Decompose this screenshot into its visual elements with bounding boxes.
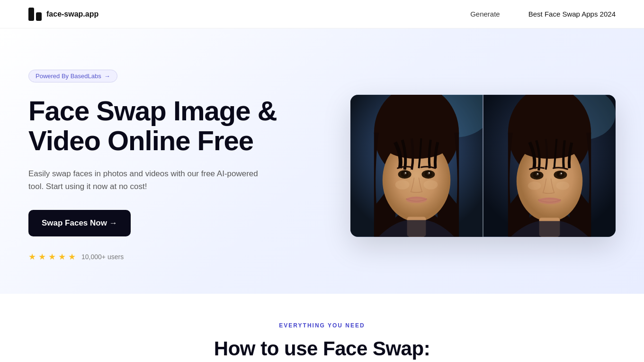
powered-badge-text: Powered By BasedLabs (36, 72, 101, 80)
svg-point-35 (556, 181, 569, 190)
svg-rect-0 (28, 8, 34, 21)
svg-point-13 (405, 172, 406, 173)
hero-subtitle: Easily swap faces in photos and videos w… (28, 167, 275, 193)
face-right (483, 95, 616, 237)
how-to-section: EVERYTHING YOU NEED How to use Face Swap… (0, 294, 644, 362)
svg-point-18 (423, 180, 438, 190)
main-nav: Generate Best Face Swap Apps 2024 (470, 10, 616, 18)
svg-rect-1 (36, 12, 42, 21)
svg-point-14 (429, 172, 430, 173)
svg-point-32 (538, 198, 561, 204)
logo-icon (28, 8, 42, 21)
nav-best-apps[interactable]: Best Face Swap Apps 2024 (528, 10, 616, 18)
svg-point-15 (406, 197, 427, 203)
face-left (350, 95, 483, 237)
hero-right (350, 95, 616, 237)
star-rating: ★ ★ ★ ★ ★ (28, 252, 76, 262)
hero-left: Powered By BasedLabs → Face Swap Image &… (28, 70, 313, 262)
users-count: 10,000+ users (81, 253, 124, 261)
section-title: How to use Face Swap: (28, 337, 616, 360)
logo-text: face-swap.app (46, 10, 98, 18)
svg-point-6 (384, 130, 450, 159)
hero-title-line1: Face Swap Image & (28, 95, 277, 126)
hero-title: Face Swap Image & Video Online Free (28, 96, 313, 156)
face-swap-preview-image (350, 95, 616, 237)
section-label: EVERYTHING YOU NEED (28, 322, 616, 329)
logo-area[interactable]: face-swap.app (28, 8, 98, 21)
svg-point-17 (395, 180, 410, 190)
header: face-swap.app Generate Best Face Swap Ap… (0, 0, 644, 28)
svg-point-31 (561, 172, 562, 174)
svg-point-34 (528, 181, 541, 190)
face-right-svg (483, 95, 616, 237)
badge-arrow: → (104, 72, 110, 80)
hero-title-line2: Video Online Free (28, 125, 253, 156)
powered-badge[interactable]: Powered By BasedLabs → (28, 70, 117, 82)
face-left-svg (350, 95, 483, 237)
hero-section: Powered By BasedLabs → Face Swap Image &… (0, 28, 644, 294)
nav-generate[interactable]: Generate (470, 10, 500, 18)
svg-point-30 (537, 173, 538, 174)
stars-area: ★ ★ ★ ★ ★ 10,000+ users (28, 252, 313, 262)
swap-faces-button[interactable]: Swap Faces Now → (28, 210, 131, 236)
